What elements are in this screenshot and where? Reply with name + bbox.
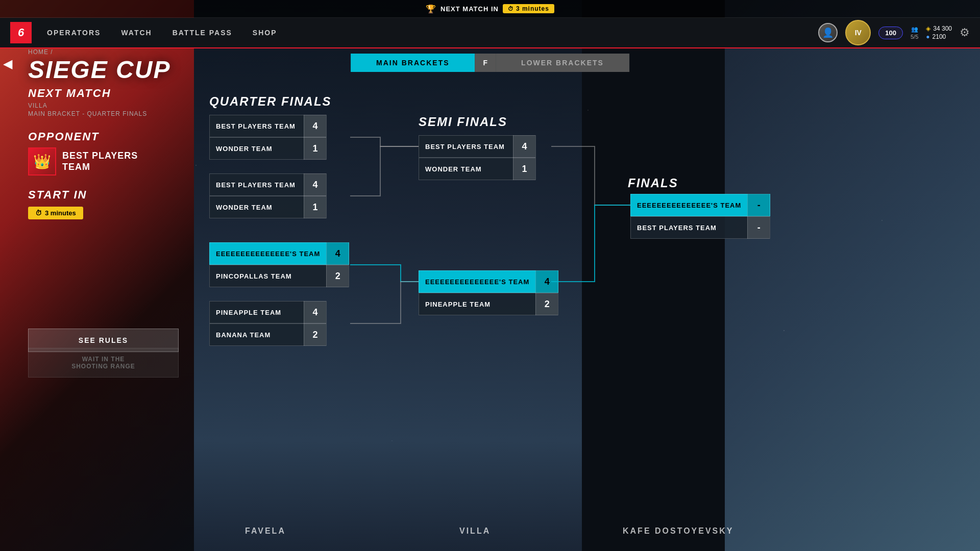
sf2-team1-score: 4 <box>535 270 558 293</box>
sf2-team2-score: 2 <box>535 293 558 315</box>
qf4-team1-name: PINEAPPLE TEAM <box>210 309 304 316</box>
nav-items: OPERATORS WATCH BATTLE PASS SHOP <box>47 29 818 37</box>
finals-team1-score: - <box>747 194 770 216</box>
left-panel: NEXT MATCH VILLA MAIN BRACKET - QUARTER … <box>28 87 191 219</box>
qf2-team2-name: WONDER TEAM <box>210 204 304 211</box>
sf2-team2-name: PINEAPPLE TEAM <box>419 300 535 308</box>
back-arrow[interactable]: ◀ <box>0 48 15 79</box>
opponent-icon: 👑 <box>33 153 51 170</box>
logo[interactable]: 6 <box>10 22 32 43</box>
wait-shooting-range-button[interactable]: WAIT IN THESHOOTING RANGE <box>28 348 179 378</box>
page-header: HOME / SIEGE CUP <box>28 48 170 82</box>
finals-team2-name: BEST PLAYERS TEAM <box>631 224 747 232</box>
clock-icon: ⏱ <box>508 6 514 12</box>
currency-r6-row: ◈ 34 300 <box>926 25 952 32</box>
nav-shop[interactable]: SHOP <box>253 29 277 37</box>
settings-icon[interactable]: ⚙ <box>960 26 970 39</box>
sf1-team2-row[interactable]: WONDER TEAM 1 <box>419 158 536 180</box>
map-label-favela: FAVELA <box>245 527 286 536</box>
finals-team1-row[interactable]: EEEEEEEEEEEEEEE'S TEAM - <box>630 194 770 216</box>
start-in-section: START IN ⏱ 3 minutes <box>28 188 191 219</box>
currency-blue-amount: 2100 <box>933 33 946 40</box>
qf3-team2-score: 2 <box>326 265 349 287</box>
timer-value: 3 minutes <box>45 209 76 217</box>
qf2-team1-score: 4 <box>304 173 326 196</box>
semi-finals-title: SEMI FINALS <box>419 115 507 129</box>
navbar: 6 OPERATORS WATCH BATTLE PASS SHOP 👤 IV … <box>0 18 980 48</box>
sf1-team1-row[interactable]: BEST PLAYERS TEAM 4 <box>419 135 536 158</box>
qf4-team1-score: 4 <box>304 301 326 323</box>
currency-group: ◈ 34 300 ● 2100 <box>926 25 952 40</box>
nav-watch[interactable]: WATCH <box>121 29 152 37</box>
qf3-team1-name: EEEEEEEEEEEEEEE'S TEAM <box>210 250 326 258</box>
sf1-team2-name: WONDER TEAM <box>419 165 513 173</box>
next-match-label: NEXT MATCH IN <box>440 5 499 13</box>
qf3-team1-score: 4 <box>326 242 349 265</box>
sf-match-2: EEEEEEEEEEEEEEE'S TEAM 4 PINEAPPLE TEAM … <box>419 270 558 315</box>
brackets-area: QUARTER FINALS SEMI FINALS FINALS BEST P… <box>199 84 980 551</box>
start-in-timer: ⏱ 3 minutes <box>28 207 83 219</box>
sf-match-1: BEST PLAYERS TEAM 4 WONDER TEAM 1 <box>419 135 536 180</box>
trophy-icon: 🏆 <box>426 4 436 14</box>
qf1-team2-row[interactable]: WONDER TEAM 1 <box>209 137 327 160</box>
opponent-section: OPPONENT 👑 BEST PLAYERSTEAM <box>28 130 191 176</box>
avatar[interactable]: 👤 <box>818 23 838 42</box>
xp-badge: 100 <box>878 27 903 39</box>
sf2-team1-row[interactable]: EEEEEEEEEEEEEEE'S TEAM 4 <box>419 270 558 293</box>
brackets-tabs: MAIN BRACKETS F LOWER BRACKETS <box>351 54 629 72</box>
finals-match: EEEEEEEEEEEEEEE'S TEAM - BEST PLAYERS TE… <box>630 194 770 239</box>
next-match-map: VILLA <box>28 102 191 109</box>
currency-blue-icon: ● <box>926 33 929 40</box>
next-match-bracket: MAIN BRACKET - QUARTER FINALS <box>28 110 191 117</box>
sf2-team2-row[interactable]: PINEAPPLE TEAM 2 <box>419 293 558 315</box>
currency-blue-row: ● 2100 <box>926 33 952 40</box>
rank-badge: IV <box>845 20 871 45</box>
sf1-team1-name: BEST PLAYERS TEAM <box>419 143 513 151</box>
opponent-label: OPPONENT <box>28 130 191 143</box>
qf3-team1-row[interactable]: EEEEEEEEEEEEEEE'S TEAM 4 <box>209 242 349 265</box>
sf2-team1-name: EEEEEEEEEEEEEEE'S TEAM <box>419 278 535 286</box>
qf4-team2-name: BANANA TEAM <box>210 331 304 339</box>
qf-match-4: PINEAPPLE TEAM 4 BANANA TEAM 2 <box>209 301 327 346</box>
nav-right: 👤 IV 100 👥 5/5 ◈ 34 300 ● 2100 ⚙ <box>818 20 970 45</box>
qf-match-1: BEST PLAYERS TEAM 4 WONDER TEAM 1 <box>209 115 327 160</box>
tab-lower-brackets[interactable]: LOWER BRACKETS <box>496 54 629 72</box>
map-label-kafe: KAFE DOSTOYEVSKY <box>623 527 734 536</box>
opponent-row: 👑 BEST PLAYERSTEAM <box>28 147 191 176</box>
qf1-team1-score: 4 <box>304 115 326 137</box>
qf1-team2-score: 1 <box>304 137 326 160</box>
currency-r6-icon: ◈ <box>926 25 930 32</box>
qf1-team1-row[interactable]: BEST PLAYERS TEAM 4 <box>209 115 327 137</box>
finals-team1-name: EEEEEEEEEEEEEEE'S TEAM <box>631 202 747 209</box>
finals-title: FINALS <box>628 176 678 190</box>
sf1-team2-score: 1 <box>513 158 535 180</box>
nav-battlepass[interactable]: BATTLE PASS <box>173 29 232 37</box>
nav-operators[interactable]: OPERATORS <box>47 29 101 37</box>
qf4-team1-row[interactable]: PINEAPPLE TEAM 4 <box>209 301 327 323</box>
map-label-villa: VILLA <box>459 527 491 536</box>
next-match-notification: 🏆 NEXT MATCH IN ⏱ 3 minutes <box>426 4 554 14</box>
qf-match-2: BEST PLAYERS TEAM 4 WONDER TEAM 1 <box>209 173 327 218</box>
tab-main-brackets[interactable]: MAIN BRACKETS <box>351 54 475 72</box>
start-in-label: START IN <box>28 188 191 202</box>
opponent-name: BEST PLAYERSTEAM <box>62 151 138 172</box>
finals-team2-row[interactable]: BEST PLAYERS TEAM - <box>630 216 770 239</box>
qf4-team2-row[interactable]: BANANA TEAM 2 <box>209 323 327 346</box>
next-match-label: NEXT MATCH <box>28 87 191 100</box>
sf1-team1-score: 4 <box>513 135 535 158</box>
qf1-team2-name: WONDER TEAM <box>210 145 304 153</box>
page-title: SIEGE CUP <box>28 58 170 82</box>
qf1-team1-name: BEST PLAYERS TEAM <box>210 122 304 130</box>
qf-match-3: EEEEEEEEEEEEEEE'S TEAM 4 PINCOPALLAS TEA… <box>209 242 349 287</box>
finals-team2-score: - <box>747 216 770 239</box>
qf3-team2-row[interactable]: PINCOPALLAS TEAM 2 <box>209 265 349 287</box>
timer-text: 3 minutes <box>516 5 549 12</box>
top-notification-bar: 🏆 NEXT MATCH IN ⏱ 3 minutes <box>0 0 980 18</box>
qf2-team1-name: BEST PLAYERS TEAM <box>210 181 304 189</box>
quarter-finals-title: QUARTER FINALS <box>209 94 332 109</box>
rank-roman: IV <box>855 29 862 37</box>
breadcrumb: HOME / <box>28 48 170 56</box>
qf2-team2-row[interactable]: WONDER TEAM 1 <box>209 196 327 218</box>
qf3-team2-name: PINCOPALLAS TEAM <box>210 272 326 280</box>
qf2-team1-row[interactable]: BEST PLAYERS TEAM 4 <box>209 173 327 196</box>
